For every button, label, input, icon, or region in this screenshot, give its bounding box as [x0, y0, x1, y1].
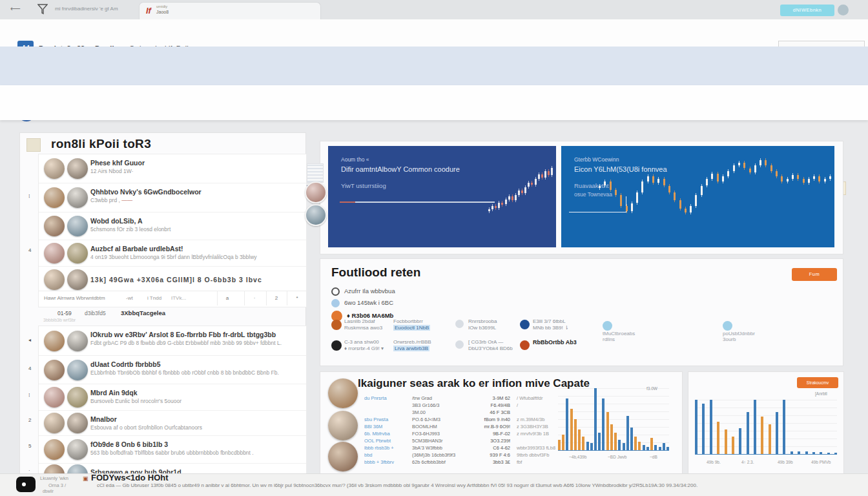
topic-row[interactable]: MnalborEsbouva af o obort Srofnbllon Our…: [39, 410, 306, 435]
featured-item-line2: IOw b3699L: [468, 325, 528, 331]
signals-table-row[interactable]: 6b. MbfrvbaFO3-6HJ9939B-F-02z mrvfv9!3b …: [364, 431, 590, 438]
topic-row[interactable]: 13k] 49Gwa +3X06a CGIlM]l 8 O-6bb3b 3 lb…: [39, 266, 306, 293]
topic-title[interactable]: fOb9de 8 Onb 6 bib1lb 3: [90, 440, 297, 448]
topic-title[interactable]: dUaat Codrtb fbrbbb5: [90, 360, 297, 368]
topic-subtitle: Bursoveb Eunlic bol nrocolrr's 5ouoor: [90, 398, 301, 404]
signals-table-row[interactable]: du Pnrsrta/trw Grad3-9M 62/ Wfubalftfdr: [364, 395, 590, 402]
topic-row[interactable]: Phese khf Guuor12 Airs Nbod 1W·: [39, 154, 306, 183]
pagination-cell-1[interactable]: i Tndd: [147, 295, 161, 301]
signals-table-row[interactable]: bbbb + 3fbbrv62b 6cfbbb3bbf3bb3 3£fbf: [364, 459, 590, 466]
page-button-3[interactable]: 2: [266, 291, 286, 305]
page-button-2[interactable]: ·: [244, 291, 264, 305]
topics-pagination[interactable]: Hawr Alrnwra Wbrwntdbtm -wt i Tndd ITVk.…: [38, 291, 307, 307]
signals-cell: BBl 36M: [364, 424, 412, 429]
topic-title[interactable]: Qhhbtvo Nvky's 6GwGndbocelwor: [90, 188, 297, 196]
pagination-cell-0[interactable]: -wt: [126, 295, 133, 301]
signals-cell: 3bb3 3£: [471, 459, 510, 465]
topic-title[interactable]: Auzbcf al Barbale urdlebAst!: [90, 245, 297, 253]
topic-row[interactable]: IOkrub wv e3Rbv' Arslot 8 Eo-fbrrbb Fbb …: [39, 326, 306, 355]
topic-token-line: 13k] 49Gwa +3X06a CGIlM]l 8 O-6bb3b 3 lb…: [90, 276, 297, 284]
topic-title[interactable]: IOkrub wv e3Rbv' Arslot 8 Eo-fbrrbb Fbb …: [90, 331, 297, 338]
pagination-label: Hawr Alrnwra Wbrwntdbtm: [44, 295, 105, 301]
topic-title[interactable]: Mnalbor: [90, 415, 297, 423]
signal-avatar-3[interactable]: [328, 442, 358, 471]
forum-icon: [26, 138, 41, 152]
mini-x-label-2: ~dB: [650, 455, 657, 459]
featured-grid-item[interactable]: RnrrsbroobaIOw b3699L: [468, 318, 528, 331]
floating-avatar-1[interactable]: [305, 181, 327, 203]
featured-item-line1: [ CG3rb OrA —: [468, 339, 528, 346]
signals-table-row[interactable]: BBl 36MBOOMLHMmr.B-9 6O9!z 3G3BH3Y3B: [364, 424, 590, 431]
browser-tab[interactable]: If umidiy Jaoo8: [139, 2, 321, 20]
topic-avatar-2: [67, 216, 88, 236]
featured-top-item[interactable]: Azufrr Ila wbbvbua: [331, 287, 525, 296]
pagination-cell-2[interactable]: ITVk...: [171, 295, 186, 301]
x-label-2: 49b 39b: [778, 460, 793, 464]
row-marker: ⁝: [28, 392, 30, 398]
promo-card-2[interactable]: Gterbb WCoewinn Eicon Y6LhM(53(U8i fonnv…: [561, 146, 834, 247]
signal-avatar-1[interactable]: [328, 378, 358, 408]
topic-avatar-1: [44, 216, 65, 236]
filter-funnel-icon[interactable]: [37, 4, 48, 15]
back-arrow-icon[interactable]: ⟵: [10, 5, 21, 13]
topic-avatar-2: [67, 158, 88, 179]
signals-table-row[interactable]: sbu PrwstaPO.6 6J<IM3fBom 9 /n40z m.39M4…: [364, 417, 590, 424]
signals-cell: 3bA'3 W3fbbb: [412, 445, 471, 451]
page-button-1[interactable]: a: [217, 291, 237, 305]
topic-title[interactable]: Phese khf Guuor: [90, 159, 297, 167]
floating-avatar-2[interactable]: [305, 204, 327, 226]
signals-table-row[interactable]: bbd(36M)3b 16cbb3f9f3939 F 4:69tbrb dbbv…: [364, 452, 590, 459]
topic-row[interactable]: Wobd doLSib, A5chsmons fOr zib 3 leosd e…: [39, 212, 306, 240]
dim-badge-icon: [455, 340, 464, 349]
signals-cell: C6 4-62: [471, 445, 510, 451]
topic-row[interactable]: Auzbcf al Barbale urdlebAst!4 on19 3bueo…: [39, 240, 306, 266]
signals-table-row[interactable]: lbbb rbsb3b +3bA'3 W3fbbbC6 4-62wbbr3993…: [364, 445, 590, 452]
mini-list-bubble: [307, 163, 324, 183]
ring-badge-icon: [331, 287, 340, 296]
signals-cell: 3M.00: [412, 409, 471, 415]
featured-grid-item[interactable]: [ CG3rb OrA —DbU3'YObk4 BD6b: [468, 339, 528, 352]
signals-cell: 5CM3BHAN3r: [412, 438, 471, 444]
page-button-4[interactable]: *: [287, 291, 307, 305]
topics-subheader: 01-59 d3ib3fd5 3XbbqTacgelea 3bbbib3b wr…: [38, 307, 305, 324]
featured-right-item[interactable]: poUsbfJdnbbr 3ourb: [723, 321, 755, 342]
row-marker: 2: [28, 417, 31, 423]
featured-top-item[interactable]: 6wo 145twk i 6BC: [331, 299, 525, 307]
signals-cell: du Pnrsrta: [364, 395, 412, 401]
stats-action-button[interactable]: Strakoucmv: [797, 377, 838, 388]
signals-table-row[interactable]: 3B3 Gr166/3F6.49/4B/: [364, 402, 590, 409]
featured-grid-item[interactable]: RbBbOrtbb Ab3: [533, 339, 592, 346]
featured-action-button[interactable]: Fum: [792, 268, 837, 281]
signals-cell: 6b. Mbfrvba: [364, 431, 412, 437]
topic-title[interactable]: Mbrd Ain 9dqk: [90, 389, 297, 397]
topic-avatar-2: [67, 243, 88, 264]
red-badge-icon: [520, 340, 530, 350]
featured-right-item[interactable]: tMuCtbroeabs rdllns: [603, 321, 635, 342]
featured-grid-item[interactable]: FocbbortbbrrEuodoctl 1NbB: [393, 318, 453, 331]
signals-cell: FO3-6HJ993: [412, 431, 471, 437]
topic-title[interactable]: Wobd doLSib, A: [90, 217, 297, 225]
topic-avatar-2: [67, 187, 88, 208]
topic-row[interactable]: fOb9de 8 Onb 6 bib1lb 3563 lbb bofbdfrab…: [39, 435, 306, 463]
signals-table-row[interactable]: 3M.0046 F 3CB: [364, 409, 590, 417]
featured-grid-item[interactable]: E3lll 3/7 6tbbLMNb bb 3B9! ⇂: [533, 318, 592, 331]
black-indicator-button[interactable]: [16, 477, 36, 492]
signals-title: Ikaiguner seas arak ko er infion mive Ca…: [358, 377, 590, 390]
topic-row[interactable]: dUaat Codrtb fbrbbb5ELbbrfnbb Tbn9bOb tb…: [39, 355, 306, 384]
featured-grid-item[interactable]: Orwrsreb./rrBBBLrva arwbrb3B: [393, 339, 453, 352]
signal-avatar-2[interactable]: [328, 411, 358, 440]
profile-avatar[interactable]: [838, 5, 849, 16]
promo-card-1[interactable]: Aoum tho « Difir oamtntAlbowY Common coo…: [328, 146, 556, 247]
signals-table-row[interactable]: OOL Pbrwbt5CM3BHAN3r3O3.239f: [364, 438, 590, 445]
promo1-line3: YiwT usturrstiiog: [341, 182, 386, 189]
signin-button[interactable]: dNIWEbnkn: [780, 5, 834, 16]
address-text[interactable]: mi fnrvdibadinersiv 'e gt Am: [55, 6, 118, 12]
topic-row[interactable]: Qhhbtvo Nvky's 6GwGndbocelworC3wbb prd ,…: [39, 183, 306, 212]
topic-avatar-2: [67, 439, 88, 460]
featured-item-line2: DbU3'YObk4 BD6b: [468, 346, 528, 352]
subheader-range: 01-59: [57, 310, 72, 316]
signals-cell: 46 F 3CB: [471, 409, 510, 415]
topic-row[interactable]: Mbrd Ain 9dqkBursoveb Eunlic bol nrocolr…: [39, 384, 306, 410]
subheader-note: 3bbbib3b wrf3br: [43, 318, 76, 322]
lightblue-badge-icon: [603, 321, 612, 331]
